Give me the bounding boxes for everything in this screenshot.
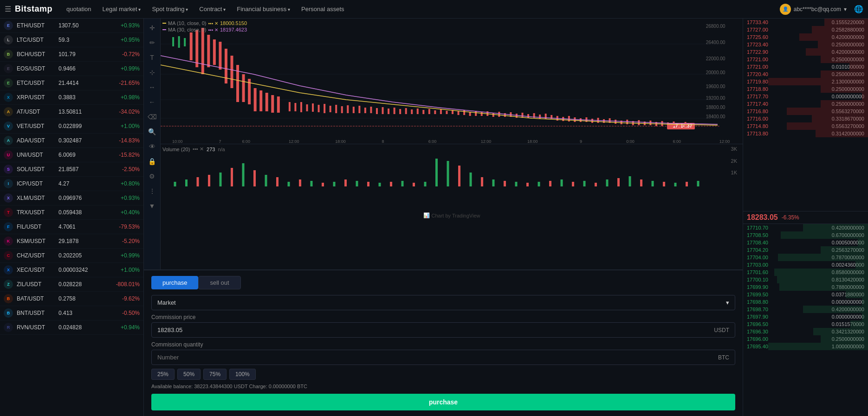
- table-row[interactable]: 17697.90 0.0000000000: [743, 313, 868, 320]
- coin-price: 0.9466: [58, 65, 107, 72]
- lock-tool[interactable]: 🔒: [146, 156, 158, 167]
- pct-button[interactable]: 75%: [203, 369, 227, 380]
- cursor-tool[interactable]: ✛: [148, 22, 157, 33]
- coin-icon: U: [4, 150, 13, 160]
- table-row[interactable]: 17721.00 0.0101000000: [743, 63, 868, 70]
- table-row[interactable]: 17721.00 0.2500000000: [743, 56, 868, 63]
- shape-tool[interactable]: ⊹: [148, 67, 157, 78]
- list-item[interactable]: A ADA/USDT 0.302487 -14.83%: [0, 134, 143, 148]
- list-item[interactable]: Z ZIL/USDT 0.028228 -808.01%: [0, 277, 143, 292]
- table-row[interactable]: 17727.00 0.2582880000: [743, 26, 868, 33]
- list-item[interactable]: R RVN/USDT 0.024828 +0.94%: [0, 320, 143, 335]
- hamburger-icon[interactable]: ☰: [5, 5, 11, 13]
- table-row[interactable]: 17696.30 0.3421320000: [743, 328, 868, 335]
- list-item[interactable]: K KSM/USDT 29.1878 -5.20%: [0, 234, 143, 249]
- measure-tool[interactable]: ↔: [147, 82, 157, 93]
- list-item[interactable]: B BAT/USDT 0.2758 -9.62%: [0, 292, 143, 306]
- list-item[interactable]: F FIL/USDT 4.7061 -79.53%: [0, 220, 143, 234]
- order-type-dropdown[interactable]: Market ▾: [151, 295, 735, 310]
- table-row[interactable]: 17698.80 0.0000000000: [743, 298, 868, 306]
- table-row[interactable]: 17698.70 0.4200000000: [743, 306, 868, 313]
- pencil-tool[interactable]: ✏: [148, 37, 157, 48]
- commission-qty-input[interactable]: [152, 350, 713, 365]
- table-row[interactable]: 17716.00 0.3318670000: [743, 115, 868, 122]
- volume-label: Volume (20): [162, 147, 190, 152]
- list-item[interactable]: E ETH/USDT 1307.50 +0.93%: [0, 19, 143, 33]
- coin-price: 1307.50: [58, 22, 107, 29]
- text-tool[interactable]: T: [148, 52, 156, 63]
- nav-legal-market[interactable]: Legal market: [98, 4, 146, 14]
- table-row[interactable]: 17717.70 0.0000000000: [743, 93, 868, 100]
- table-row[interactable]: 17733.40 0.1555220000: [743, 19, 868, 26]
- table-row[interactable]: 17700.10 0.8130420000: [743, 276, 868, 283]
- table-row[interactable]: 17699.50 0.0371880000: [743, 291, 868, 298]
- table-row[interactable]: 17718.80 0.2500000000: [743, 85, 868, 93]
- eraser-tool[interactable]: ⌫: [146, 111, 159, 122]
- more-tool[interactable]: ⋮: [147, 186, 157, 197]
- list-item[interactable]: A AT/USDT 13.50811 -34.02%: [0, 105, 143, 119]
- table-row[interactable]: 17704.20 0.2563270000: [743, 246, 868, 254]
- pct-button[interactable]: 50%: [177, 369, 201, 380]
- collapse-tool[interactable]: ▼: [147, 200, 157, 211]
- table-row[interactable]: 17708.40 0.0005000000: [743, 239, 868, 246]
- table-row[interactable]: 17695.40 1.0000000000: [743, 343, 868, 350]
- svg-rect-63: [458, 111, 460, 115]
- list-item[interactable]: U UNI/USDT 6.0069 -15.82%: [0, 148, 143, 162]
- table-row[interactable]: 17703.00 0.0024360000: [743, 261, 868, 269]
- table-row[interactable]: 17714.80 0.5563270000: [743, 122, 868, 130]
- table-row[interactable]: 17725.60 0.4200000000: [743, 33, 868, 41]
- list-item[interactable]: L LTC/USDT 59.3 +0.95%: [0, 33, 143, 47]
- list-item[interactable]: S SOL/USDT 21.8587 -2.50%: [0, 162, 143, 177]
- list-item[interactable]: X XEC/USDT 0.00003242 +1.00%: [0, 263, 143, 277]
- table-row[interactable]: 17699.90 0.7880000000: [743, 283, 868, 291]
- order-book-bids: 17710.70 0.4200000000 17708.50 0.6700000…: [743, 224, 868, 416]
- table-row[interactable]: 17696.00 0.2500000000: [743, 335, 868, 343]
- pct-button[interactable]: 100%: [229, 369, 256, 380]
- list-item[interactable]: B BCH/USDT 101.79 -0.72%: [0, 47, 143, 62]
- table-row[interactable]: 17710.70 0.4200000000: [743, 224, 868, 231]
- list-item[interactable]: T TRX/USDT 0.059438 +0.40%: [0, 205, 143, 220]
- purchase-button[interactable]: purchase: [151, 394, 735, 410]
- table-row[interactable]: 17701.60 0.8580000000: [743, 269, 868, 276]
- commission-price-input[interactable]: [152, 323, 708, 337]
- nav-contract[interactable]: Contract: [194, 4, 230, 14]
- buy-tab[interactable]: purchase: [151, 276, 198, 289]
- list-item[interactable]: E ETC/USDT 21.4414 -21.65%: [0, 76, 143, 90]
- nav-financial-business[interactable]: Financial business: [232, 4, 295, 14]
- pct-button[interactable]: 25%: [151, 369, 175, 380]
- back-tool[interactable]: ←: [147, 96, 157, 108]
- table-row[interactable]: 17713.80 0.3142000000: [743, 130, 868, 137]
- tradingview-watermark: 📊 Chart by TradingView: [423, 212, 480, 218]
- list-item[interactable]: V VET/USDT 0.022899 +1.00%: [0, 119, 143, 134]
- settings-tool[interactable]: ⚙: [147, 171, 157, 182]
- zoom-tool[interactable]: 🔍: [146, 126, 158, 137]
- list-item[interactable]: X XRP/USDT 0.3883 +0.98%: [0, 90, 143, 105]
- svg-rect-59: [434, 110, 436, 114]
- table-row[interactable]: 17720.40 0.2500000000: [743, 70, 868, 78]
- list-item[interactable]: C CHZ/USDT 0.202205 +0.99%: [0, 249, 143, 263]
- nav-personal-assets[interactable]: Personal assets: [297, 4, 349, 14]
- table-row[interactable]: 17722.90 0.4200000000: [743, 48, 868, 56]
- table-row[interactable]: 17723.40 0.2500000000: [743, 41, 868, 48]
- nav-spot-trading[interactable]: Spot trading: [147, 4, 193, 14]
- list-item[interactable]: X XLM/USDT 0.096976 +0.93%: [0, 191, 143, 205]
- sell-tab[interactable]: sell out: [198, 276, 240, 289]
- table-row[interactable]: 17717.40 0.2500000000: [743, 100, 868, 108]
- table-row[interactable]: 17696.50 0.0151570000: [743, 320, 868, 328]
- ma10-controls: ▪▪▪ ✕: [208, 21, 218, 26]
- list-item[interactable]: E EOS/USDT 0.9466 +0.99%: [0, 62, 143, 76]
- table-row[interactable]: 17704.00 0.7870000000: [743, 254, 868, 261]
- coin-price: 13.50811: [58, 109, 107, 115]
- bid-bar: [768, 343, 868, 350]
- bid-bar: [777, 276, 868, 283]
- table-row[interactable]: 17716.80 0.5563270000: [743, 108, 868, 115]
- eye-tool[interactable]: 👁: [147, 141, 157, 152]
- user-menu[interactable]: 👤 abc****bc@qq.com ▾: [780, 4, 847, 15]
- table-row[interactable]: 17708.50 0.6700000000: [743, 231, 868, 239]
- list-item[interactable]: I ICP/USDT 4.27 +0.80%: [0, 177, 143, 191]
- nav-quotation[interactable]: quotation: [62, 4, 96, 14]
- table-row[interactable]: 17719.80 2.1300000000: [743, 78, 868, 85]
- list-item[interactable]: B BNT/USDT 0.413 -0.50%: [0, 306, 143, 320]
- language-icon[interactable]: 🌐: [854, 5, 863, 13]
- ask-price: 17723.40: [747, 42, 779, 47]
